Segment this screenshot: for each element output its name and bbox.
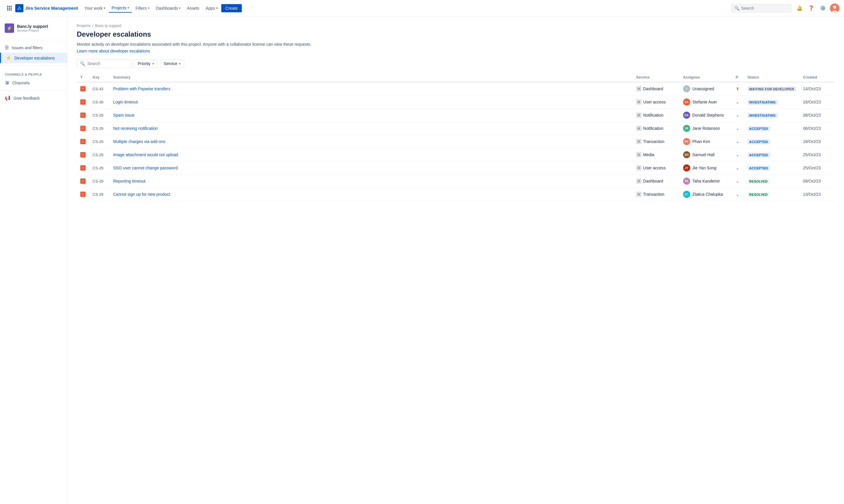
sidebar: ⚡ Banc.ly support Service Project ☰ Issu… [0, 16, 67, 504]
search-icon: 🔍 [80, 61, 85, 66]
issue-summary-link[interactable]: Spam issue [113, 113, 134, 118]
sidebar-item-channels[interactable]: 🖥 Channels [0, 78, 67, 88]
assignee-name: Samuel Hall [693, 152, 715, 157]
issue-priority-cell: ⌄ [732, 122, 744, 135]
grid-icon[interactable] [5, 3, 14, 13]
issue-summary-cell: Problem with Paywise transfers [110, 82, 633, 95]
service-name: Notification [643, 113, 663, 118]
sidebar-section-label: CHANNELS & PEOPLE [0, 68, 67, 78]
priority-low-icon: ⌄ [736, 139, 739, 144]
app-logo[interactable]: Jira Service Management [15, 4, 78, 12]
issue-created-cell: 06/Oct/23 [800, 122, 834, 135]
issue-assignee-cell: TK Taha Kandemir [680, 175, 732, 188]
priority-filter-button[interactable]: Priority ▾ [134, 59, 158, 68]
user-avatar[interactable] [830, 3, 839, 13]
nav-your-work[interactable]: Your work ▾ [82, 4, 108, 12]
sidebar-item-issues[interactable]: ☰ Issues and filters [0, 42, 67, 53]
issue-assignee-cell: PK Phan Kim [680, 135, 732, 148]
issue-priority-cell: ⌄ [732, 135, 744, 148]
nav-assets[interactable]: Assets [184, 4, 202, 12]
sidebar-item-give-feedback[interactable]: 📢 Give feedback [0, 93, 67, 103]
issue-summary-cell: Image attachment would not upload [110, 148, 633, 161]
assignee-avatar: SH [683, 151, 690, 158]
search-input[interactable] [741, 6, 788, 11]
issue-type-cell: ! [77, 135, 89, 148]
priority-low-icon: ⌄ [736, 192, 739, 197]
svg-rect-4 [9, 7, 10, 9]
issue-assignee-cell: ZC Zlatica Chalupka [680, 188, 732, 201]
search-filter-input[interactable] [87, 61, 128, 66]
issue-summary-link[interactable]: Problem with Paywise transfers [113, 87, 170, 91]
issue-summary-link[interactable]: Multiple charges via add-ons [113, 139, 165, 144]
sidebar-item-label: Developer escalations [14, 56, 55, 60]
issue-summary-link[interactable]: Image attachment would not upload [113, 152, 178, 157]
feedback-icon: 📢 [5, 95, 11, 101]
issue-type-icon: ! [80, 86, 86, 91]
breadcrumb-separator: / [92, 23, 93, 28]
svg-rect-0 [7, 6, 8, 7]
issue-assignee-cell: SA Stefanie Auer [680, 95, 732, 109]
issue-priority-cell: ⌄ [732, 109, 744, 122]
issue-summary-link[interactable]: SSO user cannot change password [113, 165, 178, 170]
nav-apps[interactable]: Apps ▾ [203, 4, 221, 12]
create-button[interactable]: Create [221, 4, 242, 12]
issue-key: CS-29 [93, 113, 104, 118]
assignee-cell: PK Phan Kim [683, 138, 729, 145]
issues-icon: ☰ [5, 45, 9, 50]
nav-filters[interactable]: Filters ▾ [132, 4, 152, 12]
chevron-down-icon: ▾ [179, 62, 181, 65]
issue-summary-link[interactable]: Cannot sign up for new product [113, 192, 170, 197]
issue-summary-cell: SSO user cannot change password [110, 161, 633, 175]
issue-created-cell: 25/Oct/23 [800, 148, 834, 161]
service-cell: ⊞ Media [636, 152, 676, 157]
sidebar-project[interactable]: ⚡ Banc.ly support Service Project [0, 21, 67, 37]
issue-assignee-cell: JR Jane Rotanson [680, 122, 732, 135]
priority-low-icon: ⌄ [736, 126, 739, 131]
service-name: Dashboard [643, 87, 663, 91]
issue-service-cell: ⊞ User access [633, 95, 680, 109]
search-filter[interactable]: 🔍 [77, 59, 131, 68]
nav-projects[interactable]: Projects ▾ [109, 4, 132, 13]
global-search[interactable]: 🔍 [731, 4, 791, 12]
status-badge: ACCEPTED [748, 140, 770, 144]
issue-key: CS-29 [93, 140, 104, 144]
issues-table: T Key Summary Service Assignee P Status … [77, 73, 834, 201]
assignee-cell: JR Jane Rotanson [683, 125, 729, 132]
issue-summary-cell: Reporting timeout [110, 175, 633, 188]
top-navigation: Jira Service Management Your work ▾ Proj… [0, 0, 844, 16]
service-cell: ⊞ Transaction [636, 192, 676, 197]
issue-key: CS-29 [93, 153, 104, 157]
notifications-button[interactable]: 🔔 [795, 3, 804, 13]
nav-dashboards[interactable]: Dashboards ▾ [153, 4, 184, 12]
assignee-cell: ? Unassigned [683, 85, 729, 92]
service-icon: ⊞ [636, 192, 642, 197]
issue-summary-link[interactable]: Reporting timeout [113, 179, 146, 183]
svg-rect-8 [11, 10, 12, 11]
breadcrumb-projects[interactable]: Projects [77, 23, 91, 28]
issue-summary-cell: Multiple charges via add-ons [110, 135, 633, 148]
assignee-avatar: JY [683, 164, 690, 172]
sidebar-item-developer-escalations[interactable]: ⚡ Developer escalations [0, 53, 67, 63]
issue-summary-link[interactable]: Login timeout [113, 100, 138, 104]
learn-more-link[interactable]: Learn more about developer escalations [77, 49, 150, 53]
sidebar-item-label: Issues and filters [12, 46, 42, 50]
service-filter-button[interactable]: Service ▾ [160, 59, 185, 68]
page-description: Monitor activity on developer escalation… [77, 41, 834, 48]
service-icon: ⊞ [636, 86, 642, 91]
issue-type-icon: ! [80, 178, 86, 184]
help-button[interactable]: ❓ [807, 3, 816, 13]
chevron-down-icon: ▾ [216, 6, 218, 10]
status-badge: ACCEPTED [748, 153, 770, 157]
service-name: Transaction [643, 139, 665, 144]
issue-type-icon: ! [80, 139, 86, 144]
issue-service-cell: ⊞ Dashboard [633, 175, 680, 188]
issue-created-cell: 13/Oct/23 [800, 188, 834, 201]
table-row: ! CS-43 Problem with Paywise transfers ⊞… [77, 82, 834, 95]
issue-summary-link[interactable]: Not receiving notification [113, 126, 158, 131]
service-cell: ⊞ Dashboard [636, 86, 676, 91]
assignee-cell: SA Stefanie Auer [683, 98, 729, 106]
breadcrumb-project-name[interactable]: Banc.ly support [95, 23, 122, 28]
settings-button[interactable]: ⚙️ [818, 3, 828, 13]
priority-low-icon: ⌄ [736, 152, 739, 157]
col-header-service: Service [633, 73, 680, 82]
